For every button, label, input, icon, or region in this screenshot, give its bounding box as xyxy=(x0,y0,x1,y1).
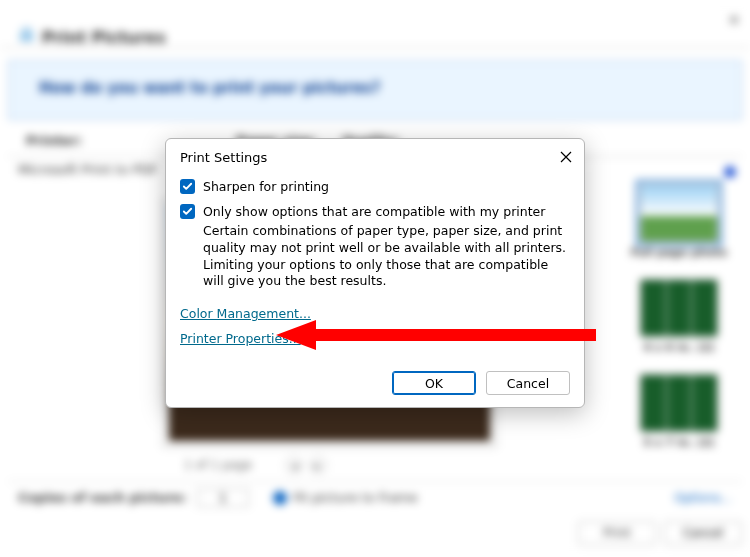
dialog-button-bar: OK Cancel xyxy=(166,365,584,407)
ok-button[interactable]: OK xyxy=(392,371,476,395)
next-page-button[interactable]: ► xyxy=(309,456,327,474)
close-button[interactable] xyxy=(556,147,576,167)
sharpen-option[interactable]: Sharpen for printing xyxy=(180,179,570,196)
copies-stepper[interactable]: 1 xyxy=(197,489,249,507)
parent-banner: How do you want to print your pictures? xyxy=(8,60,742,120)
compatible-checkbox[interactable] xyxy=(180,204,195,219)
thumbnail-image xyxy=(640,374,718,432)
cancel-button[interactable]: Cancel xyxy=(486,371,570,395)
parent-options-bar: Copies of each picture: 1 Fit picture to… xyxy=(8,481,742,513)
checkmark-icon xyxy=(182,206,193,217)
checkmark-icon xyxy=(182,181,193,192)
sharpen-label: Sharpen for printing xyxy=(203,179,329,196)
thumbnail-image xyxy=(640,279,718,337)
layout-full-page[interactable]: Full page photo xyxy=(624,184,734,259)
compatible-option[interactable]: Only show options that are compatible wi… xyxy=(180,204,570,290)
layout-thumbnails: Full page photo 4 x 6 in. (2) 5 x 7 in. … xyxy=(624,184,734,449)
close-icon xyxy=(560,151,572,163)
print-icon: 🖶 xyxy=(18,24,36,45)
copies-label: Copies of each picture: xyxy=(18,490,187,505)
compatible-label: Only show options that are compatible wi… xyxy=(203,204,545,219)
parent-titlebar: ✕ 🖶 Print Pictures xyxy=(0,0,750,48)
thumbnail-image xyxy=(640,184,718,242)
compatible-text-block: Only show options that are compatible wi… xyxy=(203,204,570,290)
banner-text: How do you want to print your pictures? xyxy=(39,79,380,97)
page-indicator: 1 of 1 page xyxy=(184,458,252,472)
printer-label: Printer: xyxy=(26,133,82,148)
fit-checkbox[interactable] xyxy=(273,491,287,505)
parent-cancel-button[interactable]: Cancel xyxy=(664,521,742,545)
dialog-title: Print Settings xyxy=(180,150,267,165)
printer-name[interactable]: Microsoft Print to PDF xyxy=(18,162,158,177)
prev-page-button[interactable]: ◄ xyxy=(285,456,303,474)
page-navigation: ◄ ► xyxy=(285,456,327,474)
thumbnail-label: 5 x 7 in. (2) xyxy=(643,436,714,449)
fit-label: Fit picture to frame xyxy=(293,490,418,505)
parent-close-icon[interactable]: ✕ xyxy=(728,12,740,28)
print-settings-dialog: Print Settings Sharpen for printing Only… xyxy=(165,138,585,408)
dialog-links: Color Management... Printer Properties..… xyxy=(180,306,570,346)
options-link[interactable]: Options... xyxy=(674,491,732,505)
compatible-description: Certain combinations of paper type, pape… xyxy=(203,223,570,291)
layout-5x7[interactable]: 5 x 7 in. (2) xyxy=(624,374,734,449)
help-icon[interactable] xyxy=(724,166,736,178)
thumbnail-label: Full page photo xyxy=(631,246,728,259)
thumbnail-label: 4 x 6 in. (2) xyxy=(643,341,714,354)
sharpen-checkbox[interactable] xyxy=(180,179,195,194)
dialog-titlebar: Print Settings xyxy=(166,139,584,173)
parent-button-bar: Print Cancel xyxy=(8,515,742,551)
layout-4x6[interactable]: 4 x 6 in. (2) xyxy=(624,279,734,354)
dialog-body: Sharpen for printing Only show options t… xyxy=(166,173,584,365)
print-button[interactable]: Print xyxy=(578,521,656,545)
printer-properties-link[interactable]: Printer Properties... xyxy=(180,331,301,346)
color-management-link[interactable]: Color Management... xyxy=(180,306,311,321)
parent-title: Print Pictures xyxy=(42,28,166,47)
